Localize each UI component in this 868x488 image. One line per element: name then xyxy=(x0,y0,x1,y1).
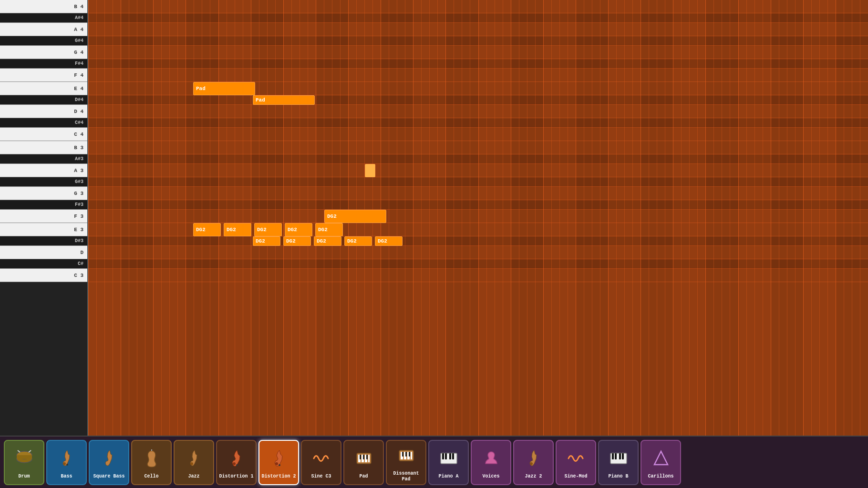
piano-key-g3[interactable]: G 3 xyxy=(0,187,87,200)
grid-col-line xyxy=(194,0,194,436)
piano-key-f#4[interactable]: F#4 xyxy=(0,59,87,69)
instrument-label-distortion2: Distortion 2 xyxy=(259,473,298,480)
svg-point-34 xyxy=(530,462,533,465)
note-block[interactable] xyxy=(365,164,375,177)
square-bass-icon xyxy=(90,444,128,473)
svg-rect-2 xyxy=(17,455,32,459)
piano-key-g#3[interactable]: G#3 xyxy=(0,177,87,187)
piano-key-c4[interactable]: C 4 xyxy=(0,128,87,141)
note-block[interactable]: Pad xyxy=(193,82,255,95)
grid-col-line xyxy=(576,0,576,436)
svg-rect-18 xyxy=(360,455,361,459)
key-label: C#4 xyxy=(75,120,83,125)
grid-col-line xyxy=(836,0,836,436)
svg-rect-27 xyxy=(405,452,407,457)
svg-rect-33 xyxy=(452,453,454,459)
note-block[interactable]: DG2 xyxy=(375,236,403,246)
piano-key-g#4[interactable]: G#4 xyxy=(0,36,87,46)
note-block[interactable]: DG2 xyxy=(254,223,282,236)
piano-key-a3[interactable]: A 3 xyxy=(0,164,87,177)
grid-col-line xyxy=(641,0,641,436)
instrument-btn-carillons[interactable]: Carillons xyxy=(641,440,681,485)
svg-line-3 xyxy=(18,450,20,452)
instrument-btn-cello[interactable]: Cello xyxy=(131,440,172,485)
instrument-btn-distortion1[interactable]: Distortion 1 xyxy=(216,440,257,485)
piano-b-icon xyxy=(599,444,638,473)
instrument-btn-jazz2[interactable]: Jazz 2 xyxy=(513,440,554,485)
col-highlight xyxy=(153,0,186,436)
piano-key-d#4[interactable]: D#4 xyxy=(0,95,87,105)
key-label: E 3 xyxy=(74,227,83,233)
instrument-btn-dissonant-pad[interactable]: Dissonant Pad xyxy=(386,440,426,485)
instrument-btn-distortion2[interactable]: Distortion 2 xyxy=(258,440,299,485)
grid-col-line xyxy=(121,0,121,436)
instrument-label-bass: Bass xyxy=(47,473,86,480)
key-label: D 4 xyxy=(74,109,83,114)
svg-rect-38 xyxy=(619,453,621,459)
key-label: B 4 xyxy=(74,4,83,10)
grid-col-line xyxy=(454,0,454,436)
instrument-btn-piano-b[interactable]: Piano B xyxy=(598,440,639,485)
key-label: C 3 xyxy=(74,273,83,278)
piano-key-e4[interactable]: E 4 xyxy=(0,82,87,95)
note-block[interactable]: DG2 xyxy=(283,236,311,246)
instrument-label-jazz: Jazz xyxy=(175,473,213,480)
note-block[interactable]: DG2 xyxy=(193,223,221,236)
grid-col-line xyxy=(445,0,446,436)
piano-key-c#[interactable]: C# xyxy=(0,259,87,269)
piano-key-c3[interactable]: C 3 xyxy=(0,269,87,282)
grid-col-line xyxy=(592,0,592,436)
piano-key-a#3[interactable]: A#3 xyxy=(0,154,87,164)
instrument-btn-bass[interactable]: Bass xyxy=(46,440,87,485)
svg-point-5 xyxy=(63,462,66,465)
grid-col-line xyxy=(665,0,665,436)
instrument-label-sine-c3: Sine C3 xyxy=(302,473,341,480)
piano-key-d4[interactable]: D 4 xyxy=(0,105,87,118)
instrument-btn-drum[interactable]: Drum xyxy=(4,440,44,485)
instrument-btn-sine-c3[interactable]: Sine C3 xyxy=(301,440,341,485)
note-block[interactable]: DG2 xyxy=(315,223,343,236)
note-block[interactable]: DG2 xyxy=(324,210,386,223)
svg-rect-30 xyxy=(442,453,444,459)
grid-area[interactable]: PadPadDG2DG2DG2DG2DG2DG2DG2DG2DG2DG2DG2 xyxy=(88,0,868,436)
instrument-label-voices: Voices xyxy=(472,473,510,480)
distortion2-icon xyxy=(259,444,298,473)
note-block[interactable]: DG2 xyxy=(344,236,372,246)
instrument-btn-piano-a[interactable]: Piano A xyxy=(428,440,469,485)
piano-key-f4[interactable]: F 4 xyxy=(0,69,87,82)
instrument-label-drum: Drum xyxy=(5,473,43,480)
instrument-btn-pad[interactable]: Pad xyxy=(343,440,384,485)
piano-key-a#4[interactable]: A#4 xyxy=(0,13,87,23)
piano-key-c#4[interactable]: C#4 xyxy=(0,118,87,128)
grid-col-line xyxy=(129,0,129,436)
instrument-btn-jazz[interactable]: Jazz xyxy=(174,440,214,485)
instrument-btn-sine-mod[interactable]: Sine-Mod xyxy=(556,440,596,485)
note-block[interactable]: Pad xyxy=(253,95,315,105)
note-block[interactable]: DG2 xyxy=(314,236,341,246)
piano-key-b4[interactable]: B 4 xyxy=(0,0,87,13)
piano-key-d[interactable]: D xyxy=(0,246,87,259)
instrument-label-cello: Cello xyxy=(132,473,171,480)
piano-key-a4[interactable]: A 4 xyxy=(0,23,87,36)
instrument-label-piano-b: Piano B xyxy=(599,473,638,480)
key-label: E 4 xyxy=(74,86,83,92)
piano-key-e3[interactable]: E 3 xyxy=(0,223,87,236)
key-label: F#3 xyxy=(75,202,83,207)
sine-mod-icon xyxy=(557,444,595,473)
piano-key-d#3[interactable]: D#3 xyxy=(0,236,87,246)
piano-key-b3[interactable]: B 3 xyxy=(0,141,87,154)
cello-icon xyxy=(132,444,171,473)
grid-col-line xyxy=(186,0,186,436)
note-block[interactable]: DG2 xyxy=(224,223,251,236)
piano-key-f3[interactable]: F 3 xyxy=(0,210,87,223)
piano-key-g4[interactable]: G 4 xyxy=(0,46,87,59)
key-label: G#3 xyxy=(75,179,83,184)
instrument-btn-voices[interactable]: Voices xyxy=(471,440,511,485)
grid-col-line xyxy=(397,0,397,436)
piano-key-f#3[interactable]: F#3 xyxy=(0,200,87,210)
note-block[interactable]: DG2 xyxy=(285,223,312,236)
note-block[interactable]: DG2 xyxy=(253,236,280,246)
instrument-btn-square-bass[interactable]: Square Bass xyxy=(89,440,129,485)
piano-keys: B 4A#4A 4G#4G 4F#4F 4E 4D#4D 4C#4C 4B 3A… xyxy=(0,0,88,436)
jazz2-icon xyxy=(514,444,553,473)
